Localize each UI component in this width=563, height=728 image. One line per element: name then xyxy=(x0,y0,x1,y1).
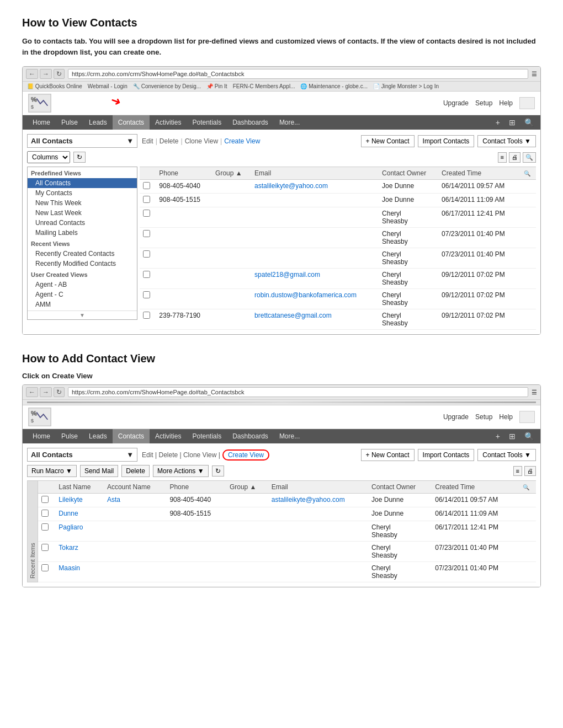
col-owner-2[interactable]: Contact Owner xyxy=(368,481,432,494)
refresh-btn-2[interactable]: ↻ xyxy=(54,387,65,397)
import-contacts-btn-2[interactable]: Import Contacts xyxy=(418,449,475,461)
bookmark-pinit[interactable]: 📌 Pin It xyxy=(206,83,227,89)
create-view-link-2[interactable]: Create View xyxy=(228,451,264,459)
nav-contacts-1[interactable]: Contacts xyxy=(113,115,150,130)
nav-more-1[interactable]: More... xyxy=(274,115,305,130)
nav-home-2[interactable]: Home xyxy=(27,429,56,443)
back-btn[interactable]: ← xyxy=(26,69,38,79)
row-check[interactable] xyxy=(143,210,150,217)
columns-select-1[interactable]: Columns xyxy=(27,151,70,163)
more-actions-btn[interactable]: More Actions ▼ xyxy=(153,465,209,477)
col-owner-1[interactable]: Contact Owner xyxy=(379,167,438,180)
bookmark-convenience[interactable]: 🔧 Convenience by Desig... xyxy=(133,83,201,89)
row-check[interactable] xyxy=(143,312,150,319)
row-check[interactable] xyxy=(143,291,150,298)
bookmark-fern[interactable]: FERN-C Members Appl... xyxy=(233,83,295,89)
dp-item-new-last-week[interactable]: New Last Week xyxy=(28,208,137,218)
nav-pulse-2[interactable]: Pulse xyxy=(56,429,83,443)
row-check-2[interactable] xyxy=(41,564,49,571)
browser-menu-icon-2[interactable]: ☰ xyxy=(532,389,537,396)
dp-item-agent-c[interactable]: Agent - C xyxy=(28,290,137,299)
col-phone-1[interactable]: Phone xyxy=(156,167,212,180)
dp-item-amm[interactable]: AMM xyxy=(28,299,137,309)
bookmark-jingle[interactable]: 📄 Jingle Monster > Log In xyxy=(373,83,439,89)
list-view-btn-2[interactable]: ≡ xyxy=(513,466,522,476)
nav-dashboards-2[interactable]: Dashboards xyxy=(227,429,274,443)
view-dropdown-2[interactable]: All Contacts ▼ xyxy=(27,448,137,462)
nav-pulse-1[interactable]: Pulse xyxy=(56,115,83,130)
url-bar-1[interactable]: https://crm.zoho.com/crm/ShowHomePage.do… xyxy=(68,69,528,79)
delete-view-link-1[interactable]: Delete xyxy=(160,137,179,145)
cell-name[interactable]: Pagliaro xyxy=(59,523,83,531)
nav-leads-1[interactable]: Leads xyxy=(83,115,113,130)
row-check[interactable] xyxy=(143,250,150,258)
cell-name[interactable]: Dunne xyxy=(59,510,78,517)
nav-leads-2[interactable]: Leads xyxy=(83,429,113,443)
dp-item-recently-modified[interactable]: Recently Modified Contacts xyxy=(28,259,137,269)
print-btn-1[interactable]: 🖨 xyxy=(509,152,520,163)
col-group-1[interactable]: Group ▲ xyxy=(212,167,251,180)
row-check[interactable] xyxy=(143,230,150,237)
col-search-1[interactable]: 🔍 xyxy=(520,167,536,180)
run-macro-btn[interactable]: Run Macro ▼ xyxy=(27,465,77,477)
dp-item-new-this-week[interactable]: New This Week xyxy=(28,198,137,208)
dp-item-agent-ab[interactable]: Agent - AB xyxy=(28,280,137,290)
contact-tools-btn-2[interactable]: Contact Tools ▼ xyxy=(477,449,536,461)
row-check-2[interactable] xyxy=(41,496,49,503)
help-btn-2[interactable]: Help xyxy=(499,413,513,421)
forward-btn[interactable]: → xyxy=(40,69,52,79)
nav-activities-2[interactable]: Activities xyxy=(150,429,187,443)
cell-account[interactable]: Asta xyxy=(107,496,120,504)
col-lastname[interactable]: Last Name xyxy=(55,481,104,494)
nav-search-icon[interactable]: 🔍 xyxy=(522,116,536,129)
row-check[interactable] xyxy=(143,182,150,189)
dp-item-my-contacts[interactable]: My Contacts xyxy=(28,188,137,198)
setup-btn-1[interactable]: Setup xyxy=(475,99,492,107)
row-check[interactable] xyxy=(143,271,150,278)
list-view-btn-1[interactable]: ≡ xyxy=(498,152,507,163)
dp-item-mailing-labels[interactable]: Mailing Labels xyxy=(28,228,137,238)
nav-dashboards-1[interactable]: Dashboards xyxy=(227,115,274,130)
bookmark-globe[interactable]: 🌐 Maintenance - globe.c... xyxy=(300,83,368,89)
import-contacts-btn-1[interactable]: Import Contacts xyxy=(418,135,475,147)
col-created-1[interactable]: Created Time xyxy=(438,167,520,180)
row-check-2[interactable] xyxy=(41,510,49,517)
search-table-btn-1[interactable]: 🔍 xyxy=(523,152,536,163)
row-check-2[interactable] xyxy=(41,544,49,551)
print-btn-2[interactable]: 🖨 xyxy=(524,466,536,476)
nav-plus-icon-2[interactable]: + xyxy=(493,430,502,443)
create-view-link-1[interactable]: Create View xyxy=(224,137,260,145)
nav-activities-1[interactable]: Activities xyxy=(150,115,187,130)
nav-grid-icon[interactable]: ⊞ xyxy=(507,116,518,129)
nav-more-2[interactable]: More... xyxy=(274,429,305,443)
delete-btn[interactable]: Delete xyxy=(121,465,150,477)
nav-plus-icon[interactable]: + xyxy=(493,116,502,129)
url-bar-2[interactable]: https://crm.zoho.com/crm/ShowHomePage.do… xyxy=(68,387,528,397)
row-check[interactable] xyxy=(143,196,150,203)
help-btn-1[interactable]: Help xyxy=(499,99,513,107)
view-dropdown-1[interactable]: All Contacts ▼ xyxy=(27,134,137,148)
col-search-2[interactable]: 🔍 xyxy=(519,481,536,494)
contact-tools-btn-1[interactable]: Contact Tools ▼ xyxy=(477,135,536,147)
col-account[interactable]: Account Name xyxy=(104,481,167,494)
refresh-btn[interactable]: ↻ xyxy=(54,69,65,79)
nav-contacts-2[interactable]: Contacts xyxy=(113,429,150,443)
upgrade-btn-1[interactable]: Upgrade xyxy=(443,99,469,107)
edit-view-link-1[interactable]: Edit xyxy=(142,137,153,145)
nav-potentials-1[interactable]: Potentials xyxy=(187,115,227,130)
recent-items-bar[interactable]: Recent Items xyxy=(27,480,38,582)
col-phone-2[interactable]: Phone xyxy=(166,481,226,494)
nav-potentials-2[interactable]: Potentials xyxy=(187,429,227,443)
row-check-2[interactable] xyxy=(41,523,49,531)
dp-item-all-contacts[interactable]: All Contacts xyxy=(28,178,137,188)
cell-name[interactable]: Maasin xyxy=(59,564,80,572)
upgrade-btn-2[interactable]: Upgrade xyxy=(443,413,469,421)
dp-item-unread-contacts[interactable]: Unread Contacts xyxy=(28,218,137,228)
new-contact-btn-1[interactable]: + New Contact xyxy=(361,135,415,147)
nav-grid-icon-2[interactable]: ⊞ xyxy=(507,430,518,443)
browser-menu-icon[interactable]: ☰ xyxy=(532,71,537,78)
new-contact-btn-2[interactable]: + New Contact xyxy=(361,449,415,461)
forward-btn-2[interactable]: → xyxy=(40,387,52,397)
nav-home-1[interactable]: Home xyxy=(27,115,56,130)
setup-btn-2[interactable]: Setup xyxy=(475,413,492,421)
